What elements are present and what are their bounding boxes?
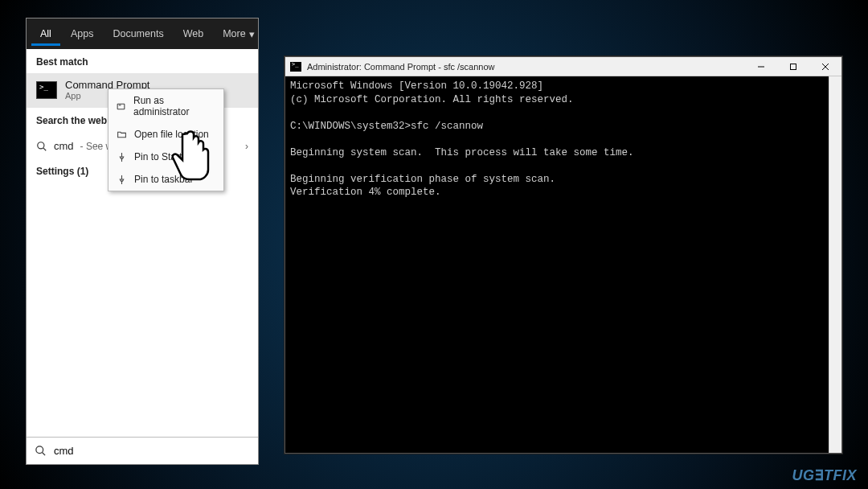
titlebar[interactable]: Administrator: Command Prompt - sfc /sca… xyxy=(285,57,841,76)
svg-line-3 xyxy=(43,453,45,455)
folder-icon xyxy=(116,129,127,140)
svg-point-0 xyxy=(38,142,44,148)
cursor-pointer-icon xyxy=(166,128,215,184)
tab-apps[interactable]: Apps xyxy=(62,22,103,46)
scrollbar[interactable] xyxy=(829,76,841,453)
chevron-right-icon: › xyxy=(245,141,248,152)
pin-icon xyxy=(116,174,127,185)
maximize-button[interactable] xyxy=(777,57,809,76)
search-icon xyxy=(36,141,47,152)
pin-icon xyxy=(116,151,127,162)
svg-point-2 xyxy=(36,446,43,454)
command-prompt-icon xyxy=(36,81,57,99)
context-item-label: Run as administrator xyxy=(133,95,216,117)
tab-all[interactable]: All xyxy=(31,22,60,46)
start-search-panel: All Apps Documents Web More ▾ Best match… xyxy=(26,18,259,465)
svg-line-1 xyxy=(43,148,46,150)
command-prompt-icon xyxy=(290,62,301,72)
command-prompt-window: Administrator: Command Prompt - sfc /sca… xyxy=(285,56,842,454)
shield-admin-icon xyxy=(116,101,126,112)
web-result-query: cmd xyxy=(54,140,74,152)
terminal-output[interactable]: Microsoft Windows [Version 10.0.19042.92… xyxy=(285,76,829,453)
window-controls xyxy=(745,57,841,76)
context-run-administrator[interactable]: Run as administrator xyxy=(108,89,223,123)
watermark: UGƎTFIX xyxy=(792,466,858,484)
search-box[interactable] xyxy=(27,437,258,464)
search-tabs: All Apps Documents Web More ▾ xyxy=(27,18,258,49)
search-input[interactable] xyxy=(54,445,250,457)
tab-web[interactable]: Web xyxy=(174,22,212,46)
minimize-button[interactable] xyxy=(745,57,777,76)
close-button[interactable] xyxy=(809,57,841,76)
best-match-label: Best match xyxy=(27,49,258,73)
window-title: Administrator: Command Prompt - sfc /sca… xyxy=(307,62,745,72)
svg-rect-6 xyxy=(791,64,796,69)
tab-more[interactable]: More ▾ xyxy=(214,22,263,47)
tab-more-label: More xyxy=(223,28,245,39)
tab-documents[interactable]: Documents xyxy=(104,22,172,46)
svg-rect-4 xyxy=(117,104,125,109)
search-icon xyxy=(35,445,47,457)
chevron-down-icon: ▾ xyxy=(249,28,255,40)
